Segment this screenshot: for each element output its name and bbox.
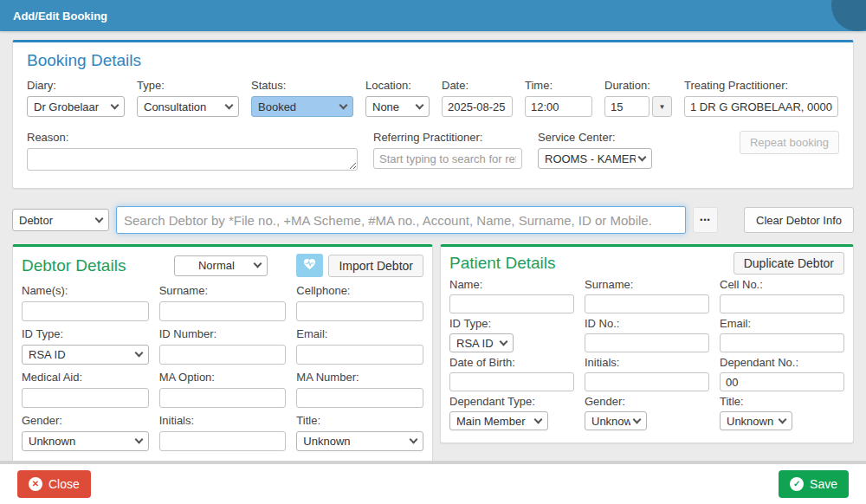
debtor-idnumber-label: ID Number: <box>159 327 287 340</box>
patient-email-input[interactable] <box>720 333 844 352</box>
patient-dependant-no-label: Dependant No.: <box>720 356 844 369</box>
debtor-cellphone-label: Cellphone: <box>296 284 423 297</box>
debtor-names-label: Name(s): <box>22 284 149 297</box>
debtor-title-select[interactable]: Unknown <box>296 431 423 451</box>
patient-dob-input[interactable] <box>449 372 574 391</box>
debtor-search-input[interactable] <box>116 206 686 234</box>
date-input[interactable] <box>442 96 513 117</box>
patient-idno-label: ID No.: <box>585 317 709 330</box>
service-center-select[interactable]: ROOMS - KAMERS <box>538 148 652 169</box>
status-select[interactable]: Booked <box>251 96 353 117</box>
booking-row-1: Diary: Dr Grobelaar Type: Consultation S… <box>27 79 839 117</box>
dialog-titlebar: Add/Edit Booking <box>0 0 866 31</box>
clear-debtor-info-button[interactable]: Clear Debtor Info <box>744 207 854 233</box>
time-input[interactable] <box>525 96 592 117</box>
debtor-details-title: Debtor Details <box>22 256 126 275</box>
referring-practitioner-input[interactable] <box>373 148 522 169</box>
chevron-down-icon <box>638 152 647 161</box>
close-button[interactable]: ✕ Close <box>17 470 91 498</box>
debtor-ma-option-input[interactable] <box>159 388 287 408</box>
chevron-down-icon <box>111 100 120 109</box>
debtor-mode-select[interactable]: Normal <box>174 255 268 276</box>
ellipsis-icon: ••• <box>700 216 710 224</box>
service-center-label: Service Center: <box>538 131 652 144</box>
patient-surname-input[interactable] <box>585 294 709 313</box>
close-button-label: Close <box>48 477 80 491</box>
chevron-down-icon <box>410 436 418 444</box>
chevron-down-icon <box>134 436 143 444</box>
medical-aid-check-button[interactable] <box>296 254 323 277</box>
corner-decoration <box>831 0 866 31</box>
patient-initials-input[interactable] <box>585 372 709 391</box>
patient-idtype-select[interactable]: RSA ID <box>449 333 514 352</box>
chevron-down-icon <box>254 260 262 268</box>
patient-details-title: Patient Details <box>449 254 556 273</box>
patient-cell-input[interactable] <box>720 294 844 313</box>
debtor-email-input[interactable] <box>296 345 423 365</box>
chevron-down-icon <box>225 100 234 109</box>
debtor-initials-label: Initials: <box>159 414 287 427</box>
time-label: Time: <box>525 79 592 92</box>
chevron-down-icon <box>95 214 104 223</box>
heart-pulse-icon <box>302 257 317 274</box>
debtor-search-row: Debtor ••• Clear Debtor Info <box>12 206 854 234</box>
debtor-idnumber-input[interactable] <box>159 345 287 365</box>
diary-select[interactable]: Dr Grobelaar <box>27 96 125 117</box>
save-button-label: Save <box>810 477 837 491</box>
type-label: Type: <box>137 79 239 92</box>
search-type-select[interactable]: Debtor <box>12 209 109 231</box>
treating-practitioner-label: Treating Practitioner: <box>684 79 838 92</box>
debtor-email-label: Email: <box>296 327 423 340</box>
debtor-gender-select[interactable]: Unknown <box>22 431 149 451</box>
import-debtor-button[interactable]: Import Debtor <box>328 255 423 277</box>
patient-email-label: Email: <box>720 317 844 330</box>
booking-type-select[interactable]: Consultation <box>137 96 239 117</box>
patient-dob-label: Date of Birth: <box>449 356 574 369</box>
patient-title-select[interactable]: Unknown <box>720 411 792 430</box>
duration-input[interactable] <box>604 96 650 117</box>
debtor-surname-input[interactable] <box>159 301 287 321</box>
reason-label: Reason: <box>27 131 358 144</box>
treating-practitioner-input[interactable] <box>684 96 838 117</box>
patient-dependant-no-input[interactable] <box>720 372 844 391</box>
patient-gender-select[interactable]: Unknown <box>585 411 647 430</box>
close-circle-icon: ✕ <box>29 477 42 491</box>
patient-title-label: Title: <box>720 395 844 408</box>
duplicate-debtor-button[interactable]: Duplicate Debtor <box>734 252 844 275</box>
patient-idno-input[interactable] <box>585 333 709 352</box>
duration-dropdown-button[interactable]: ▼ <box>652 96 672 117</box>
patient-initials-label: Initials: <box>585 356 709 369</box>
dialog-footer: ✕ Close ✓ Save <box>0 461 866 504</box>
repeat-booking-button[interactable]: Repeat booking <box>740 131 839 154</box>
chevron-down-icon <box>534 415 543 423</box>
chevron-down-icon <box>500 337 508 346</box>
location-select[interactable]: None <box>365 96 430 117</box>
save-button[interactable]: ✓ Save <box>779 470 849 498</box>
patient-name-input[interactable] <box>449 294 574 313</box>
caret-down-icon: ▼ <box>659 103 666 111</box>
chevron-down-icon <box>779 415 787 423</box>
search-more-options-button[interactable]: ••• <box>693 207 718 233</box>
patient-dependant-type-select[interactable]: Main Member <box>449 411 548 430</box>
debtor-cellphone-input[interactable] <box>296 301 423 321</box>
status-label: Status: <box>251 79 353 92</box>
check-circle-icon: ✓ <box>790 477 804 491</box>
debtor-ma-number-input[interactable] <box>296 388 423 408</box>
debtor-details-section: Debtor Details Normal Import Debtor <box>12 244 433 467</box>
debtor-medical-aid-input[interactable] <box>22 388 149 408</box>
chevron-down-icon <box>416 100 424 109</box>
debtor-idtype-select[interactable]: RSA ID <box>22 345 149 365</box>
reason-textarea[interactable] <box>27 148 358 171</box>
duration-label: Duration: <box>604 79 672 92</box>
date-label: Date: <box>442 79 513 92</box>
debtor-initials-input[interactable] <box>159 431 287 451</box>
patient-dependant-type-label: Dependant Type: <box>449 395 574 408</box>
debtor-names-input[interactable] <box>22 301 149 321</box>
dialog-title: Add/Edit Booking <box>13 10 107 23</box>
debtor-ma-number-label: MA Number: <box>296 371 423 384</box>
debtor-title-label: Title: <box>296 414 423 427</box>
patient-gender-label: Gender: <box>585 395 709 408</box>
patient-idtype-label: ID Type: <box>449 317 574 330</box>
patient-name-label: Name: <box>449 278 574 291</box>
debtor-surname-label: Surname: <box>159 284 287 297</box>
